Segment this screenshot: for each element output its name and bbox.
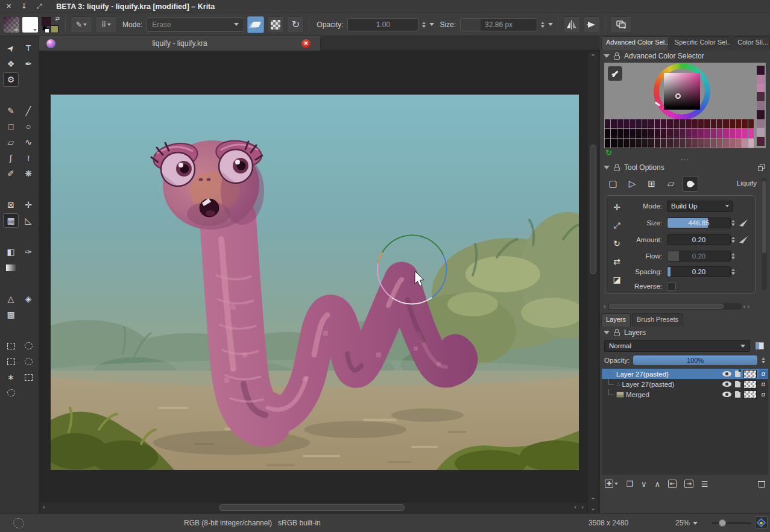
saturation-value-square[interactable] [664,73,700,110]
alpha-channel-icon[interactable]: α [759,390,768,399]
palette-swatch[interactable] [692,139,698,148]
palette-swatch[interactable] [730,129,735,138]
shade-swatch[interactable] [757,84,765,93]
tool-grid[interactable]: ▩ [3,307,19,322]
size-spinner[interactable] [731,220,735,226]
canvas-artwork[interactable] [51,95,579,470]
spacing-spinner[interactable] [731,269,735,275]
palette-swatch[interactable] [617,139,623,148]
preserve-alpha-button[interactable] [267,16,284,33]
tool-reference-images[interactable]: ◈ [21,292,36,306]
tool-ellipse[interactable]: ○ [21,119,36,134]
palette-swatch[interactable] [655,129,660,138]
palette-swatch[interactable] [674,129,679,138]
liquify-amount-slider[interactable]: 0.20 [667,234,731,245]
visibility-eye-icon[interactable] [722,381,731,387]
collapse-icon[interactable] [604,166,610,169]
layer-opacity-slider[interactable]: 100% [633,355,757,365]
tool-gradient[interactable] [3,260,19,275]
palette-swatch[interactable] [686,119,691,128]
close-document-icon[interactable]: ✕ [301,39,311,48]
tool-assistants[interactable]: △ [3,292,19,306]
size-pressure-icon[interactable] [739,219,748,227]
layer-view-options-button[interactable] [754,340,766,351]
layer-row[interactable]: Layer 27(pasted)α [602,369,768,379]
color-selector-area[interactable] [604,63,766,148]
palette-swatch[interactable] [711,139,716,148]
layer-thumbnail[interactable] [743,390,757,399]
workspace-chooser-button[interactable] [610,16,632,33]
tool-calligraphy[interactable]: ✒ [21,57,36,71]
palette-swatch[interactable] [711,119,716,128]
amount-spinner[interactable] [731,237,735,243]
zoom-slider-knob[interactable] [719,519,726,527]
palette-swatch[interactable] [661,119,666,128]
palette-swatch[interactable] [711,129,716,138]
visibility-eye-icon[interactable] [722,371,731,377]
palette-swatch[interactable] [704,139,710,148]
collapse-icon[interactable] [604,54,610,58]
size-spinner[interactable] [541,22,544,28]
edit-brush-settings-button[interactable]: ✎ [71,16,92,33]
layer-row[interactable]: Mergedα [602,389,768,399]
shade-strip[interactable] [757,66,765,146]
layer-properties-button[interactable]: ☰ [701,480,708,489]
shade-swatch[interactable] [757,92,765,101]
palette-swatch[interactable] [742,139,747,148]
palette-swatch[interactable] [617,129,623,138]
palette-swatch[interactable] [667,139,672,148]
liquify-rotate-button[interactable]: ↻ [610,237,624,250]
zoom-dropdown[interactable]: 25% [675,519,698,527]
palette-swatch[interactable] [611,139,616,148]
palette-swatch[interactable] [736,139,741,148]
palette-swatch[interactable] [736,119,741,128]
tool-edit-shapes[interactable]: ❖ [3,57,19,71]
horizontal-scroll-thumb[interactable] [219,504,405,511]
tab-color-sliders[interactable]: Color Sli... [733,36,770,50]
liquify-mode-dropdown[interactable]: Build Up [667,201,733,212]
palette-swatch[interactable] [605,139,610,148]
palette-swatch[interactable] [723,119,728,128]
background-color-swatch[interactable] [51,25,58,33]
document-tab[interactable]: liquify - liquify.kra ✕ [39,36,321,51]
free-transform-mode-button[interactable]: ▢ [605,176,621,192]
lock-icon[interactable] [613,164,620,171]
palette-swatch[interactable] [704,119,710,128]
color-history-grid[interactable] [605,119,754,148]
palette-swatch[interactable] [730,119,735,128]
tool-polyline[interactable]: ∿ [21,135,36,149]
tool-crop[interactable]: ⊠ [3,198,19,212]
palette-swatch[interactable] [723,129,728,138]
palette-swatch[interactable] [730,139,735,148]
shade-swatch[interactable] [757,128,765,137]
float-panel-icon[interactable] [758,164,765,171]
shade-swatch[interactable] [757,101,765,110]
erase-mode-button[interactable] [247,16,264,33]
palette-swatch[interactable] [630,129,635,138]
palette-swatch[interactable] [680,129,685,138]
scroll-left-icon[interactable]: ‹ [574,504,576,510]
palette-swatch[interactable] [630,139,635,148]
warp-mode-button[interactable]: ⊞ [643,176,660,192]
mirror-vertical-button[interactable] [583,16,600,33]
layer-blend-mode-dropdown[interactable]: Normal [604,340,750,352]
shade-swatch[interactable] [757,137,765,146]
zoom-slider[interactable] [712,522,751,524]
tool-freehand-select[interactable] [21,354,36,369]
tool-rect-select[interactable] [3,339,19,353]
palette-swatch[interactable] [642,119,648,128]
tool-text[interactable]: T [21,41,36,55]
minimize-window-icon[interactable]: ↧ [21,3,27,10]
opacity-spinner[interactable] [422,22,426,28]
refresh-colors-icon[interactable]: ↻ [605,149,612,157]
tool-options-hscrollbar[interactable]: ‹ ‹ › [604,302,749,310]
palette-swatch[interactable] [717,129,722,138]
layer-thumbnail[interactable] [743,370,757,378]
liquify-offset-button[interactable]: ⇄ [610,255,624,268]
palette-swatch[interactable] [655,119,660,128]
tab-advanced-color-selector[interactable]: Advanced Color Sel... [601,36,669,50]
liquify-spacing-slider[interactable]: 0.20 [667,266,731,277]
palette-swatch[interactable] [648,119,654,128]
palette-swatch[interactable] [698,119,704,128]
shade-swatch[interactable] [757,75,765,84]
